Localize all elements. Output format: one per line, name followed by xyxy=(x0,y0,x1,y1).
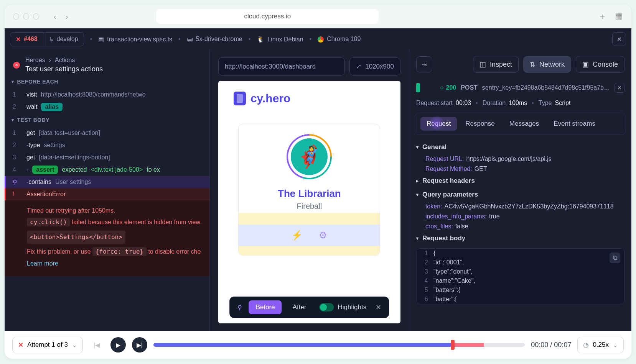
waterfall-bar xyxy=(416,83,420,92)
test-body-header[interactable]: ▾TEST BODY xyxy=(5,113,209,127)
play-button[interactable]: ▶ xyxy=(110,337,126,353)
hero-subtitle: Fireball xyxy=(297,202,322,211)
request-meta: Request start 00:03• Duration 100ms• Typ… xyxy=(409,97,631,110)
chevron-down-icon: ▾ xyxy=(416,236,419,241)
request-name: sentry_key=fb2498a6b5484d7d98c51f95a7b… xyxy=(482,84,610,91)
cmd-row-active[interactable]: ⚲-containsUser settings xyxy=(5,176,209,188)
hero-name: The Librarian xyxy=(278,188,341,200)
highlights-toggle[interactable] xyxy=(320,303,334,312)
app-logo-text: cy.hero xyxy=(250,92,291,105)
error-details: Timed out retrying after 1050ms. cy.clic… xyxy=(5,200,209,276)
query-params-section[interactable]: ▾Query parameters xyxy=(416,188,624,202)
browser-chrome-bar: ‹ › cloud.cypress.io ＋ ▦ xyxy=(5,5,631,28)
back-button[interactable]: ‹ xyxy=(54,12,56,21)
driver-chip[interactable]: 🖴5x-driver-chrome xyxy=(187,36,242,43)
prev-button[interactable]: |◀ xyxy=(89,337,104,353)
spec-chip[interactable]: ▤transaction-view.spec.ts xyxy=(98,36,172,43)
tab-event-streams[interactable]: Event streams xyxy=(547,117,601,131)
chevron-down-icon: ▾ xyxy=(416,144,419,150)
close-icon[interactable]: ✕ xyxy=(615,83,624,93)
max-dot[interactable] xyxy=(33,13,39,20)
status-code: 200 xyxy=(440,84,456,91)
devtools-panel: ⇥ ◫Inspect ⇅Network ▣Console 200 POST se… xyxy=(409,50,631,331)
chevron-down-icon: ▾ xyxy=(12,117,14,123)
inspect-button[interactable]: ◫Inspect xyxy=(473,56,519,73)
address-bar[interactable]: cloud.cypress.io xyxy=(156,9,379,24)
network-button[interactable]: ⇅Network xyxy=(523,56,571,73)
console-button[interactable]: ▣Console xyxy=(576,56,624,73)
request-row[interactable]: 200 POST sentry_key=fb2498a6b5484d7d98c5… xyxy=(409,79,631,97)
traffic-lights xyxy=(13,13,39,20)
snapshot-toolbar: ⚲ Before After Highlights ✕ xyxy=(230,297,389,318)
gear-icon[interactable]: ⚙ xyxy=(319,230,327,241)
bolt-icon[interactable]: ⚡ xyxy=(291,230,303,241)
viewport-dims[interactable]: ⤢1020x900 xyxy=(349,57,400,75)
ruler-icon: ⤢ xyxy=(356,62,361,71)
breadcrumb[interactable]: Heroes›Actions xyxy=(25,57,103,64)
before-each-header[interactable]: ▾BEFORE EACH xyxy=(5,75,209,89)
cmd-row[interactable]: 1visithttp://localhost:8080/commands/net… xyxy=(5,89,209,101)
app-preview-panel: http://localhost:3000/dashboard ⤢1020x90… xyxy=(210,50,409,331)
attempt-selector[interactable]: ✕Attempt 1 of 3⌄ xyxy=(12,337,83,353)
time-display: 00:00 / 00:07 xyxy=(531,341,571,349)
body-section[interactable]: ▾Request body xyxy=(416,231,624,245)
timeline-track[interactable] xyxy=(153,343,525,347)
new-tab-icon[interactable]: ＋ xyxy=(598,11,606,22)
forward-button[interactable]: › xyxy=(66,12,68,21)
headers-section[interactable]: ▸Request headers xyxy=(416,174,624,188)
pin-icon[interactable]: ⚲ xyxy=(234,304,245,311)
inspect-icon: ◫ xyxy=(479,60,486,69)
close-icon[interactable]: ✕ xyxy=(372,303,384,312)
os-chip[interactable]: 🐧Linux Debian xyxy=(257,36,303,43)
cmd-row[interactable]: 4-assertexpected<div.text-jade-500>to ex xyxy=(5,164,209,176)
gauge-icon: ◔ xyxy=(583,341,589,349)
speed-selector[interactable]: ◔0.25x⌄ xyxy=(577,337,624,353)
highlight-band xyxy=(239,246,380,255)
min-dot[interactable] xyxy=(23,13,29,20)
linux-icon: 🐧 xyxy=(257,36,264,43)
bang-icon: ! xyxy=(13,191,26,198)
avatar: 🦸 xyxy=(287,134,332,179)
copy-button[interactable]: ⧉ xyxy=(610,253,620,263)
cmd-row[interactable]: 2waitalias xyxy=(5,101,209,113)
http-method: POST xyxy=(461,84,478,91)
file-icon: ▤ xyxy=(98,36,104,43)
close-dot[interactable] xyxy=(13,13,19,20)
next-button[interactable]: ▶| xyxy=(132,337,147,353)
learn-more-link[interactable]: Learn more xyxy=(27,258,202,269)
tab-request[interactable]: Request xyxy=(420,117,457,131)
error-badge-icon: ✕ xyxy=(13,62,20,69)
chevron-down-icon: ▾ xyxy=(12,79,14,84)
preview-iframe: cy.hero 🦸 The Librarian Fireball ⚡⚙ ⚲ Be… xyxy=(218,81,400,323)
hero-card: 🦸 The Librarian Fireball ⚡⚙ xyxy=(238,124,380,256)
code-inline: cy.click() xyxy=(27,218,70,226)
before-button[interactable]: Before xyxy=(249,300,282,314)
fail-x-icon: ✕ xyxy=(16,36,21,43)
general-section[interactable]: ▾General xyxy=(416,140,624,154)
server-icon: 🖴 xyxy=(187,36,193,42)
collapse-icon[interactable]: ⇥ xyxy=(416,56,432,72)
close-button[interactable]: ✕ xyxy=(612,32,626,46)
browser-chip[interactable]: Chrome 109 xyxy=(318,36,361,43)
cmd-row[interactable]: 3get[data-test=settings-button] xyxy=(5,151,209,164)
timeline-thumb[interactable] xyxy=(451,340,455,350)
chevron-right-icon: ▸ xyxy=(416,178,419,184)
cmd-row[interactable]: 1get[data-test=user-action] xyxy=(5,127,209,139)
apps-grid-icon[interactable]: ▦ xyxy=(615,11,623,22)
pin-icon: ⚲ xyxy=(13,179,26,186)
chevron-down-icon: ⌄ xyxy=(613,341,618,349)
highlight-band xyxy=(239,213,380,225)
tab-messages[interactable]: Messages xyxy=(503,117,545,131)
json-body: ⧉ 1{ 2 "id":"0001", 3 "type":"donut", 4 … xyxy=(416,248,624,304)
after-button[interactable]: After xyxy=(286,300,313,314)
chevron-down-icon: ⌄ xyxy=(72,341,77,349)
tab-response[interactable]: Response xyxy=(459,117,501,131)
console-icon: ▣ xyxy=(582,60,589,69)
network-icon: ⇅ xyxy=(530,60,535,69)
branch-icon: ↳ xyxy=(49,36,54,43)
cmd-row-error[interactable]: !AssertionError xyxy=(5,188,209,200)
cmd-row[interactable]: 2-typesettings xyxy=(5,139,209,151)
playback-footer: ✕Attempt 1 of 3⌄ |◀ ▶ ▶| 00:00 / 00:07 ◔… xyxy=(5,331,631,359)
run-chip[interactable]: ✕#468 ↳develop xyxy=(10,32,84,46)
preview-url[interactable]: http://localhost:3000/dashboard xyxy=(218,57,345,75)
